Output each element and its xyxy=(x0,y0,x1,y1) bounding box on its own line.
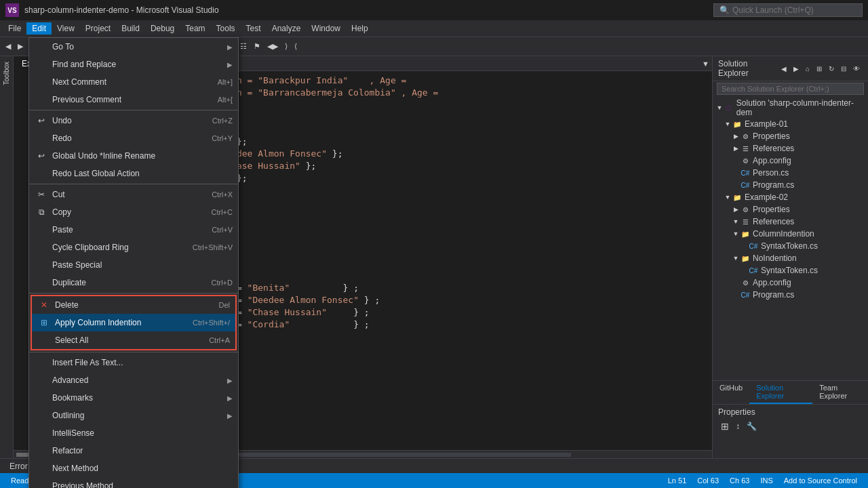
status-ch[interactable]: Ch 63 xyxy=(724,476,755,485)
menu-edit[interactable]: Edit xyxy=(26,22,52,35)
menu-global-undo[interactable]: ↩ Global Undo *Inline Rename xyxy=(29,147,238,165)
tree-syntaxtoken-2[interactable]: ▶ C# SyntaxToken.cs xyxy=(713,264,868,277)
tree-label-refs1: References xyxy=(753,144,794,153)
menu-select-all[interactable]: Select All Ctrl+A xyxy=(32,331,235,349)
quick-launch-input[interactable] xyxy=(732,5,848,15)
menu-window[interactable]: Window xyxy=(306,22,346,35)
props-header: Properties xyxy=(718,407,863,417)
tree-references-1[interactable]: ▶ ☰ References xyxy=(713,142,868,155)
menu-redo[interactable]: Redo Ctrl+Y xyxy=(29,129,238,147)
menu-advanced[interactable]: Advanced ▶ xyxy=(29,371,238,389)
menu-paste[interactable]: Paste Ctrl+V xyxy=(29,221,238,239)
forward-button[interactable]: ▶ xyxy=(15,41,26,52)
tree-example02[interactable]: ▼ 📁 Example-02 xyxy=(713,191,868,203)
status-source-control[interactable]: Add to Source Control xyxy=(778,476,863,485)
tb-btn-7[interactable]: ⟩ xyxy=(282,41,290,52)
tb-btn-6[interactable]: ◀▶ xyxy=(264,41,281,52)
example02-arrow[interactable]: ▼ xyxy=(724,194,732,201)
columnindention-arrow[interactable]: ▼ xyxy=(732,230,740,237)
tb-btn-8[interactable]: ⟨ xyxy=(292,41,300,52)
menu-prev-comment[interactable]: Previous Comment Alt+[ xyxy=(29,91,238,108)
menu-goto[interactable]: Go To ▶ xyxy=(29,38,238,56)
tree-references-2[interactable]: ▼ ☰ References xyxy=(713,216,868,228)
tree-solution[interactable]: ▼ ⬡ Solution 'sharp-column-indenter-dem xyxy=(713,98,868,118)
back-button[interactable]: ◀ xyxy=(3,41,14,52)
properties1-arrow[interactable]: ▶ xyxy=(732,133,740,140)
status-ln[interactable]: Ln 51 xyxy=(663,476,692,485)
solution-arrow[interactable]: ▼ xyxy=(715,104,724,111)
tree-columnindention[interactable]: ▼ 📁 ColumnIndention xyxy=(713,228,868,240)
menu-help[interactable]: Help xyxy=(346,22,374,35)
menu-find-replace[interactable]: Find and Replace ▶ xyxy=(29,56,238,73)
tab-team-explorer[interactable]: Team Explorer xyxy=(812,381,868,404)
menu-analyze[interactable]: Analyze xyxy=(267,22,307,35)
tree-noindention[interactable]: ▼ 📁 NoIndention xyxy=(713,252,868,264)
menu-insert-file[interactable]: Insert File As Text... xyxy=(29,354,238,371)
tree-example01[interactable]: ▼ 📁 Example-01 xyxy=(713,118,868,130)
props-sort[interactable]: ↕ xyxy=(733,420,743,433)
se-search-input[interactable] xyxy=(717,83,864,95)
props-grid[interactable]: ⊞ xyxy=(718,420,732,433)
tree-properties-2[interactable]: ▶ ⚙ Properties xyxy=(713,203,868,216)
menu-apply-column[interactable]: ⊞ Apply Column Indention Ctrl+Shift+/ xyxy=(32,314,235,331)
menu-build[interactable]: Build xyxy=(116,22,145,35)
se-collapse[interactable]: ⊟ xyxy=(838,64,849,74)
toolbox-label[interactable]: Toolbox xyxy=(1,59,12,87)
properties2-arrow[interactable]: ▶ xyxy=(732,206,740,213)
menu-bookmarks[interactable]: Bookmarks ▶ xyxy=(29,389,238,407)
menu-debug[interactable]: Debug xyxy=(145,22,180,35)
tb-btn-4[interactable]: ☷ xyxy=(237,41,250,52)
menu-cut[interactable]: ✂ Cut Ctrl+X xyxy=(29,186,238,203)
se-preview[interactable]: 👁 xyxy=(850,64,863,74)
references1-arrow[interactable]: ▶ xyxy=(732,145,740,152)
menu-outlining[interactable]: Outlining ▶ xyxy=(29,407,238,424)
props-wrench[interactable]: 🔧 xyxy=(744,420,760,433)
menu-intellisense[interactable]: IntelliSense xyxy=(29,424,238,442)
tree-personcs[interactable]: ▶ C# Person.cs xyxy=(713,167,868,179)
menu-file[interactable]: File xyxy=(3,22,26,35)
tree-programcs-1[interactable]: ▶ C# Program.cs xyxy=(713,179,868,191)
status-col[interactable]: Col 63 xyxy=(692,476,724,485)
se-refresh[interactable]: ↻ xyxy=(826,64,837,74)
se-home[interactable]: ⌂ xyxy=(803,64,812,74)
menu-refactor[interactable]: Refactor xyxy=(29,442,238,460)
tree-syntaxtoken-1[interactable]: ▶ C# SyntaxToken.cs xyxy=(713,240,868,252)
quick-launch[interactable]: 🔍 xyxy=(713,3,863,17)
se-btn1[interactable]: ⊞ xyxy=(814,64,825,74)
noindention-arrow[interactable]: ▼ xyxy=(732,255,740,262)
tab-github[interactable]: GitHub xyxy=(713,381,749,404)
menu-paste-special[interactable]: Paste Special xyxy=(29,256,238,274)
tab-solution-explorer[interactable]: Solution Explorer xyxy=(749,381,812,404)
menu-test[interactable]: Test xyxy=(241,22,267,35)
references2-arrow[interactable]: ▼ xyxy=(732,218,740,225)
duplicate-label: Duplicate xyxy=(52,278,206,287)
tree-appconfig-1[interactable]: ▶ ⚙ App.config xyxy=(713,155,868,167)
tree-properties-1[interactable]: ▶ ⚙ Properties xyxy=(713,130,868,142)
menu-next-comment[interactable]: Next Comment Alt+] xyxy=(29,73,238,91)
menu-tools[interactable]: Tools xyxy=(211,22,241,35)
menu-prev-method[interactable]: Previous Method xyxy=(29,477,238,488)
menu-delete[interactable]: ✕ Delete Del xyxy=(32,296,235,314)
tree-appconfig-2[interactable]: ▶ ⚙ App.config xyxy=(713,277,868,289)
programcs2-icon: C# xyxy=(740,289,751,300)
menu-redo-global[interactable]: Redo Last Global Action xyxy=(29,165,238,182)
example01-arrow[interactable]: ▼ xyxy=(724,121,732,127)
menu-project[interactable]: Project xyxy=(80,22,116,35)
menu-copy[interactable]: ⧉ Copy Ctrl+C xyxy=(29,203,238,221)
menu-team[interactable]: Team xyxy=(180,22,210,35)
status-ins[interactable]: INS xyxy=(755,476,778,485)
se-forward[interactable]: ▶ xyxy=(791,64,802,74)
menu-duplicate[interactable]: Duplicate Ctrl+D xyxy=(29,274,238,291)
bookmarks-icon xyxy=(35,391,48,405)
menu-next-method[interactable]: Next Method xyxy=(29,460,238,477)
menu-undo[interactable]: ↩ Undo Ctrl+Z xyxy=(29,112,238,129)
expand-tab-button[interactable]: ▼ xyxy=(699,58,712,69)
se-search[interactable] xyxy=(713,81,868,96)
menu-cycle-clipboard[interactable]: Cycle Clipboard Ring Ctrl+Shift+V xyxy=(29,239,238,256)
tb-btn-5[interactable]: ⚑ xyxy=(251,41,263,52)
menu-view[interactable]: View xyxy=(52,22,80,35)
se-back[interactable]: ◀ xyxy=(778,64,789,74)
tree-programcs-2[interactable]: ▶ C# Program.cs xyxy=(713,289,868,301)
tree-label-syntaxtoken2: SyntaxToken.cs xyxy=(761,266,818,275)
properties1-icon: ⚙ xyxy=(740,131,751,142)
